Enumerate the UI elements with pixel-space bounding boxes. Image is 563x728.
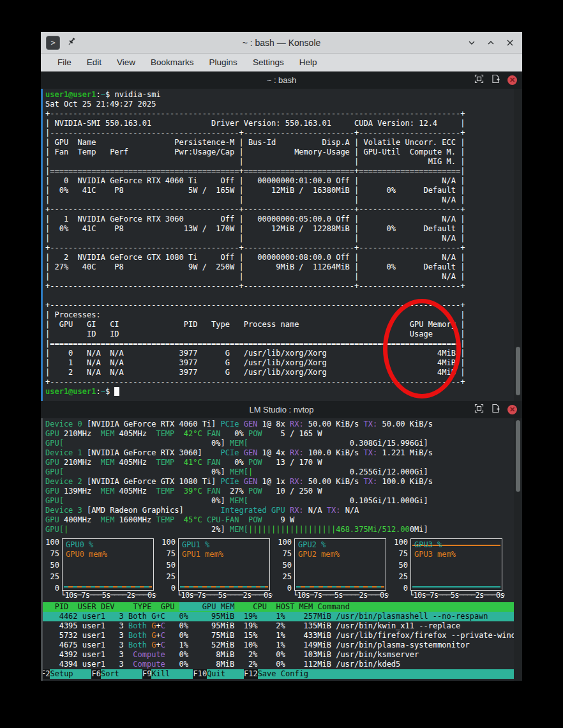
konsole-window: > ~ : bash — Konsole File Edit View Book…	[41, 32, 522, 681]
menu-plugins[interactable]: Plugins	[202, 57, 245, 67]
terminal-line: GPU 210MHz MEM 405MHz TEMP 41°C FAN 0% P…	[45, 458, 322, 467]
terminal-pane-nvtop[interactable]: Device 0 [NVIDIA GeForce RTX 4060 Ti] PC…	[41, 418, 522, 681]
y-axis-tick: 25	[167, 573, 176, 580]
graph-legend-gpu: GPU3 %	[414, 540, 442, 550]
fkey-action[interactable]: Kill	[151, 669, 193, 679]
window-title: ~ : bash — Konsole	[41, 38, 522, 48]
terminal-line: +---------------------------------------…	[45, 301, 465, 310]
y-axis-tick: 25	[50, 573, 59, 580]
y-axis-tick: 0	[55, 584, 59, 592]
terminal-line: |=======================================…	[45, 167, 465, 176]
process-row[interactable]: 4675 user1 3 Both G+C 1% 52MiB 10% 1% 14…	[41, 641, 522, 650]
terminal-line: |=======================================…	[45, 339, 465, 348]
terminal-line: | 0 N/A N/A 3977 G /usr/lib/xorg/Xorg 4M…	[45, 349, 465, 358]
terminal-line: | 1 N/A N/A 3977 G /usr/lib/xorg/Xorg 4M…	[45, 358, 465, 367]
terminal-line: | 2 N/A N/A 3977 G /usr/lib/xorg/Xorg 4M…	[45, 368, 465, 377]
new-tab-icon[interactable]	[491, 404, 500, 416]
y-axis-tick: 25	[399, 573, 408, 580]
terminal-line: GPU 400MHz MEM 1600MHz TEMP 45°C CPU-FAN…	[45, 515, 294, 524]
close-tab-icon[interactable]: ✕	[507, 405, 517, 414]
y-axis-tick: 0	[171, 584, 176, 592]
y-axis-tick: 0	[287, 584, 292, 592]
terminal-line: | | | N/A |	[45, 234, 465, 243]
nvtop-graphs: 1007550250GPU0 %GPU0 mem%└10s─7s───5s───…	[45, 538, 522, 600]
process-row[interactable]: 4394 user1 3 Compute 0% 8MiB 2% 0% 112Mi…	[41, 660, 522, 669]
process-row[interactable]: 4392 user1 3 Compute 0% 8MiB 2% 0% 103Mi…	[41, 650, 522, 660]
menu-help[interactable]: Help	[292, 57, 325, 67]
terminal-line: | 0% 41C P8 5W / 165W | 12MiB / 16380MiB…	[45, 186, 465, 195]
terminal-line: Device 3 [AMD Radeon Graphics] Integrate…	[45, 506, 359, 515]
minimize-button[interactable]	[467, 38, 476, 47]
terminal-line: | | | N/A |	[45, 272, 465, 281]
y-axis-tick: 50	[283, 561, 292, 569]
menu-settings[interactable]: Settings	[245, 57, 292, 67]
tab-nvtop[interactable]: LM Studio : nvtop	[41, 405, 522, 414]
nvtop-fkey-bar[interactable]: F2Setup F6Sort F9Kill F10Quit F12Save Co…	[41, 669, 522, 679]
graph-zero-line	[180, 586, 268, 588]
focused-pane-indicator	[41, 89, 43, 401]
maximize-button[interactable]	[486, 38, 495, 47]
y-axis-tick: 75	[167, 550, 176, 557]
y-axis-tick: 100	[278, 538, 292, 546]
y-axis-tick: 75	[399, 550, 408, 557]
terminal-line: | 27% 40C P8 9W / 250W | 9MiB / 11264MiB…	[45, 262, 465, 271]
process-row[interactable]: 4462 user1 3 Both G+C 0% 95MiB 19% 1% 25…	[41, 612, 522, 621]
menu-view[interactable]: View	[109, 57, 143, 67]
gpu-usage-graph: 1007550250GPU0 %GPU0 mem%└10s─7s───5s───…	[45, 538, 161, 600]
menu-bookmarks[interactable]: Bookmarks	[143, 57, 202, 67]
menu-file[interactable]: File	[50, 57, 79, 67]
graph-zero-line	[412, 586, 500, 588]
terminal-line: | GPU Name Persistence-M | Bus-Id Disp.A…	[45, 138, 465, 147]
terminal-line: GPU 139MHz MEM 405MHz TEMP 39°C FAN 27% …	[45, 487, 322, 496]
process-row[interactable]: 4395 user1 3 Both G+C 0% 95MiB 19% 2% 13…	[41, 621, 522, 631]
titlebar[interactable]: > ~ : bash — Konsole	[41, 32, 522, 54]
fkey-bar-fill	[308, 669, 522, 679]
terminal-line: | Fan Temp Perf Pwr:Usage/Cap | Memory-U…	[45, 148, 465, 156]
unfocused-pane-indicator	[41, 418, 43, 681]
new-tab-icon[interactable]	[491, 74, 500, 86]
x-axis: └10s─7s───5s────2s───0s┘	[293, 591, 389, 600]
fkey-action[interactable]: Setup	[50, 669, 91, 679]
fkey-action[interactable]: Save Config	[258, 669, 308, 679]
graph-legend-gpu: GPU0 %	[66, 540, 93, 550]
tab-bash[interactable]: ~ : bash	[41, 75, 522, 85]
fkey-label[interactable]: F12	[244, 669, 258, 679]
terminal-line: | | | N/A |	[45, 195, 465, 204]
nvtop-device-info: Device 0 [NVIDIA GeForce RTX 4060 Ti] PC…	[41, 418, 522, 535]
close-tab-icon[interactable]: ✕	[507, 75, 517, 85]
terminal-line: | Processes: |	[45, 310, 465, 319]
terminal-line: | NVIDIA-SMI 550.163.01 Driver Version: …	[45, 119, 465, 128]
terminal-line: | 1 NVIDIA GeForce RTX 3060 Off | 000000…	[45, 215, 465, 224]
terminal-line: GPU[ 0%] MEM[ 0.308Gi/15.996Gi]	[45, 439, 428, 448]
terminal-line: | 0 NVIDIA GeForce RTX 4060 Ti Off | 000…	[45, 176, 465, 185]
tabbar-bottom: LM Studio : nvtop ✕	[41, 401, 522, 418]
terminal-pane-bash[interactable]: user1@user1:~$ nvidia-smi Sat Oct 25 21:…	[41, 89, 522, 401]
graph-legend-gpu: GPU2 %	[298, 540, 326, 550]
fkey-label[interactable]: F10	[193, 669, 207, 679]
fkey-action[interactable]: Quit	[207, 669, 244, 679]
scrollbar-top[interactable]	[514, 89, 522, 401]
fkey-label[interactable]: F6	[91, 669, 100, 679]
process-row[interactable]: 5732 user1 3 Both G+C 0% 75MiB 15% 1% 43…	[41, 631, 522, 641]
fkey-label[interactable]: F9	[142, 669, 151, 679]
terminal-line: +---------------------------------------…	[45, 243, 465, 252]
nvidia-smi-output: user1@user1:~$ nvidia-smi Sat Oct 25 21:…	[41, 89, 522, 397]
fkey-action[interactable]: Sort	[101, 669, 142, 679]
scrollbar-handle[interactable]	[516, 420, 520, 492]
terminal-line: GPU 210MHz MEM 405MHz TEMP 42°C FAN 0% P…	[45, 429, 322, 438]
y-axis-tick: 75	[50, 550, 59, 557]
terminal-line: | 0% 41C P8 13W / 170W | 12MiB / 12288Mi…	[45, 224, 465, 233]
terminal-line: Device 2 [NVIDIA GeForce GTX 1080 Ti] PC…	[45, 477, 433, 486]
expand-view-icon[interactable]	[474, 74, 484, 86]
menu-edit[interactable]: Edit	[79, 57, 109, 67]
close-button[interactable]	[506, 38, 514, 47]
y-axis-tick: 75	[283, 550, 292, 557]
menubar: File Edit View Bookmarks Plugins Setting…	[41, 54, 522, 72]
y-axis-tick: 50	[399, 561, 408, 569]
x-axis: └10s─7s───5s────2s───0s┘	[61, 591, 156, 600]
scrollbar-bottom[interactable]	[514, 418, 522, 681]
terminal-line: | ID ID Usage |	[45, 330, 465, 338]
scrollbar-handle[interactable]	[516, 347, 520, 395]
terminal-line: +---------------------------------------…	[45, 205, 465, 214]
expand-view-icon[interactable]	[474, 404, 484, 416]
